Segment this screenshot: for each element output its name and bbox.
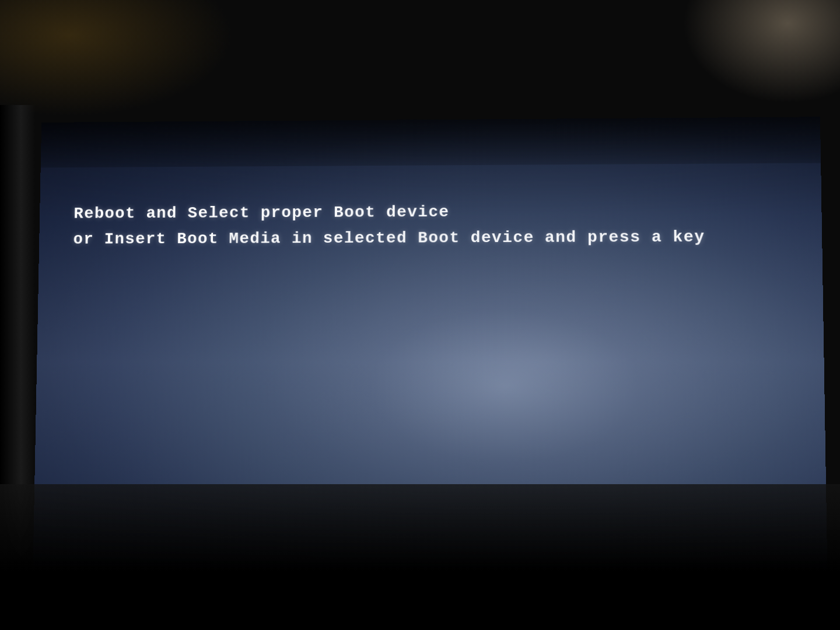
boot-message-line2: or Insert Boot Media in selected Boot de… [73,224,786,253]
boot-message-container: Reboot and Select proper Boot device or … [73,198,786,252]
screen-top-dark [41,117,821,167]
boot-message-line1: Reboot and Select proper Boot device [74,198,786,227]
bottom-area [0,484,840,630]
outer-frame: Reboot and Select proper Boot device or … [0,0,840,630]
room-ambient-right [665,0,840,117]
room-ambient-left [0,0,233,117]
